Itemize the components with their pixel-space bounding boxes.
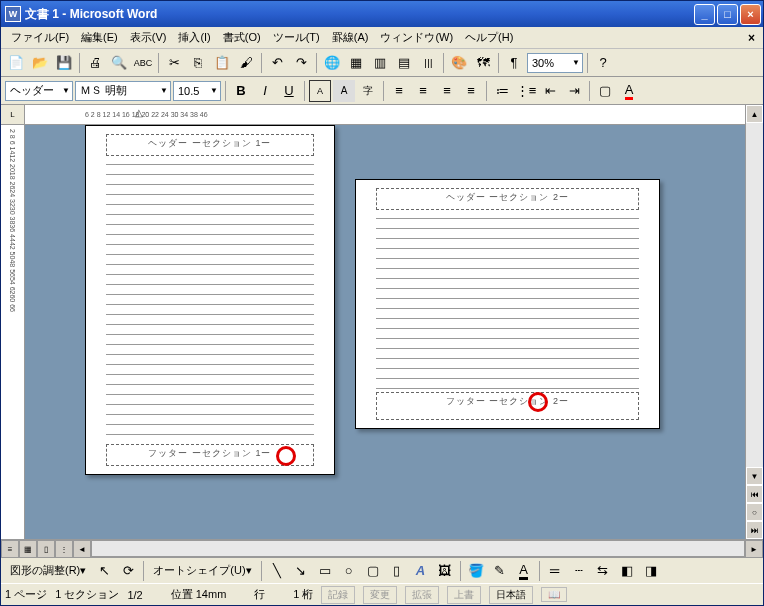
bullets-icon[interactable]: ⋮≡ — [515, 80, 537, 102]
paste-icon[interactable]: 📋 — [211, 52, 233, 74]
align-left-icon[interactable]: ≡ — [388, 80, 410, 102]
text-color-icon[interactable]: A — [513, 560, 535, 582]
tables-icon[interactable]: ▦ — [345, 52, 367, 74]
bold-button[interactable]: B — [230, 80, 252, 102]
arrow-icon[interactable]: ↘ — [290, 560, 312, 582]
size-combo[interactable]: 10.5 ▼ — [173, 81, 221, 101]
scroll-up-icon[interactable]: ▲ — [746, 105, 763, 123]
tab-marker[interactable]: △ — [135, 107, 143, 118]
border-icon[interactable]: ▢ — [594, 80, 616, 102]
undo-icon[interactable]: ↶ — [266, 52, 288, 74]
doc-close-button[interactable]: × — [744, 31, 759, 45]
document-area[interactable]: ヘッダー ーセクション 1ー フッター ーセクション 1ー ヘッダー ーセクショ… — [25, 125, 745, 539]
underline-button[interactable]: U — [278, 80, 300, 102]
horizontal-ruler[interactable]: 6 2 8 12 14 16 18 20 22 24 30 34 38 46 △ — [25, 105, 745, 125]
rotate-icon[interactable]: ⟳ — [117, 560, 139, 582]
spellcheck-icon[interactable]: ABC — [132, 52, 154, 74]
save-icon[interactable]: 💾 — [53, 52, 75, 74]
numbering-icon[interactable]: ≔ — [491, 80, 513, 102]
menu-format[interactable]: 書式(O) — [217, 28, 267, 47]
line-icon[interactable]: ╲ — [266, 560, 288, 582]
next-page-icon[interactable]: ⏭ — [746, 521, 763, 539]
menu-help[interactable]: ヘルプ(H) — [459, 28, 519, 47]
status-ext[interactable]: 拡張 — [405, 586, 439, 604]
view-outline-icon[interactable]: ⋮ — [55, 540, 73, 558]
drawing-icon[interactable]: 🎨 — [448, 52, 470, 74]
view-normal-icon[interactable]: ≡ — [1, 540, 19, 558]
vtextbox-icon[interactable]: ▯ — [386, 560, 408, 582]
autoshape-menu[interactable]: オートシェイプ(U) ▾ — [148, 561, 256, 581]
copy-icon[interactable]: ⎘ — [187, 52, 209, 74]
view-web-icon[interactable]: ▦ — [19, 540, 37, 558]
preview-icon[interactable]: 🔍 — [108, 52, 130, 74]
char-shading-icon[interactable]: A — [333, 80, 355, 102]
line-color-icon[interactable]: ✎ — [489, 560, 511, 582]
font-combo[interactable]: ＭＳ 明朝 ▼ — [75, 81, 171, 101]
indent-inc-icon[interactable]: ⇥ — [563, 80, 585, 102]
status-rec[interactable]: 記録 — [321, 586, 355, 604]
status-trk[interactable]: 変更 — [363, 586, 397, 604]
char-border-icon[interactable]: A — [309, 80, 331, 102]
prev-page-icon[interactable]: ⏮ — [746, 485, 763, 503]
print-icon[interactable]: 🖨 — [84, 52, 106, 74]
align-center-icon[interactable]: ≡ — [412, 80, 434, 102]
draw-adjust-menu[interactable]: 図形の調整(R) ▾ — [5, 561, 91, 581]
scroll-down-icon[interactable]: ▼ — [746, 467, 763, 485]
line-style-icon[interactable]: ═ — [544, 560, 566, 582]
oval-icon[interactable]: ○ — [338, 560, 360, 582]
new-icon[interactable]: 📄 — [5, 52, 27, 74]
scroll-right-icon[interactable]: ► — [745, 540, 763, 558]
align-justify-icon[interactable]: ≡ — [460, 80, 482, 102]
font-color-icon[interactable]: A — [618, 80, 640, 102]
cut-icon[interactable]: ✂ — [163, 52, 185, 74]
zoom-combo[interactable]: 30% ▼ — [527, 53, 583, 73]
wordart-icon[interactable]: A — [410, 560, 432, 582]
3d-icon[interactable]: ◨ — [640, 560, 662, 582]
format-painter-icon[interactable]: 🖌 — [235, 52, 257, 74]
select-objects-icon[interactable]: ↖ — [93, 560, 115, 582]
status-ovr[interactable]: 上書 — [447, 586, 481, 604]
header-section-2[interactable]: ヘッダー ーセクション 2ー — [376, 188, 639, 210]
textbox-icon[interactable]: ▢ — [362, 560, 384, 582]
hscroll-track[interactable] — [91, 540, 745, 557]
header-section-1[interactable]: ヘッダー ーセクション 1ー — [106, 134, 314, 156]
vertical-scrollbar[interactable]: ▲ ▼ ⏮ ○ ⏭ — [745, 105, 763, 539]
hyperlink-icon[interactable]: 🌐 — [321, 52, 343, 74]
redo-icon[interactable]: ↷ — [290, 52, 312, 74]
italic-button[interactable]: I — [254, 80, 276, 102]
status-lang[interactable]: 日本語 — [489, 586, 533, 604]
menu-insert[interactable]: 挿入(I) — [172, 28, 216, 47]
shadow-icon[interactable]: ◧ — [616, 560, 638, 582]
columns-icon[interactable]: ⫼ — [417, 52, 439, 74]
dash-style-icon[interactable]: ┄ — [568, 560, 590, 582]
minimize-button[interactable]: _ — [694, 4, 715, 25]
scroll-left-icon[interactable]: ◄ — [73, 540, 91, 558]
open-icon[interactable]: 📂 — [29, 52, 51, 74]
menu-table[interactable]: 罫線(A) — [326, 28, 375, 47]
arrow-style-icon[interactable]: ⇆ — [592, 560, 614, 582]
menu-window[interactable]: ウィンドウ(W) — [374, 28, 459, 47]
footer-section-2[interactable]: フッター ーセクション 2ー — [376, 392, 639, 420]
show-marks-icon[interactable]: ¶ — [503, 52, 525, 74]
view-print-icon[interactable]: ▯ — [37, 540, 55, 558]
status-book-icon[interactable]: 📖 — [541, 587, 567, 602]
excel-icon[interactable]: ▤ — [393, 52, 415, 74]
insert-table-icon[interactable]: ▥ — [369, 52, 391, 74]
help-icon[interactable]: ? — [592, 52, 614, 74]
fill-color-icon[interactable]: 🪣 — [465, 560, 487, 582]
browse-object-icon[interactable]: ○ — [746, 503, 763, 521]
rectangle-icon[interactable]: ▭ — [314, 560, 336, 582]
doc-map-icon[interactable]: 🗺 — [472, 52, 494, 74]
scroll-track[interactable] — [746, 123, 763, 467]
indent-dec-icon[interactable]: ⇤ — [539, 80, 561, 102]
vertical-ruler[interactable]: 2 8 6 1412 2018 2624 3230 3836 4442 5048… — [1, 125, 24, 539]
clipart-icon[interactable]: 🖼 — [434, 560, 456, 582]
close-button[interactable]: × — [740, 4, 761, 25]
char-scale-icon[interactable]: 字 — [357, 80, 379, 102]
menu-file[interactable]: ファイル(F) — [5, 28, 75, 47]
style-combo[interactable]: ヘッダー ▼ — [5, 81, 73, 101]
maximize-button[interactable]: □ — [717, 4, 738, 25]
menu-edit[interactable]: 編集(E) — [75, 28, 124, 47]
align-right-icon[interactable]: ≡ — [436, 80, 458, 102]
menu-view[interactable]: 表示(V) — [124, 28, 173, 47]
